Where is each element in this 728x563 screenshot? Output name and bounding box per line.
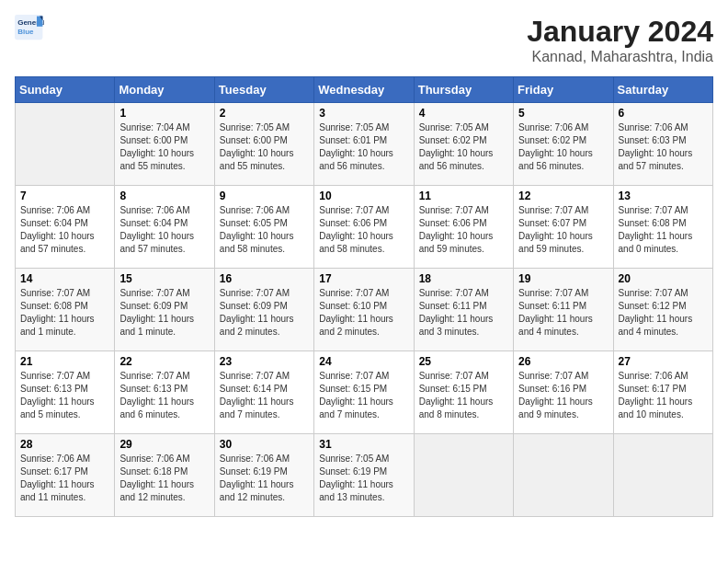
calendar-cell bbox=[16, 103, 115, 186]
calendar-header-row: SundayMondayTuesdayWednesdayThursdayFrid… bbox=[16, 77, 713, 103]
day-info: Sunrise: 7:07 AM Sunset: 6:10 PM Dayligh… bbox=[319, 287, 408, 339]
day-number: 11 bbox=[419, 190, 508, 202]
day-number: 31 bbox=[319, 438, 408, 451]
day-number: 24 bbox=[319, 355, 408, 368]
calendar-cell: 3Sunrise: 7:05 AM Sunset: 6:01 PM Daylig… bbox=[314, 103, 414, 186]
day-info: Sunrise: 7:07 AM Sunset: 6:12 PM Dayligh… bbox=[619, 287, 708, 339]
day-info: Sunrise: 7:06 AM Sunset: 6:05 PM Dayligh… bbox=[220, 204, 309, 256]
calendar-cell: 5Sunrise: 7:06 AM Sunset: 6:02 PM Daylig… bbox=[514, 103, 613, 186]
day-number: 19 bbox=[518, 272, 608, 285]
day-number: 25 bbox=[419, 355, 508, 368]
day-number: 2 bbox=[220, 107, 309, 120]
day-number: 6 bbox=[619, 107, 708, 120]
calendar-cell: 23Sunrise: 7:07 AM Sunset: 6:14 PM Dayli… bbox=[214, 351, 313, 434]
logo: General Blue bbox=[15, 15, 48, 40]
calendar-cell: 30Sunrise: 7:06 AM Sunset: 6:19 PM Dayli… bbox=[214, 434, 313, 517]
day-number: 20 bbox=[619, 272, 708, 285]
day-info: Sunrise: 7:07 AM Sunset: 6:11 PM Dayligh… bbox=[419, 287, 508, 339]
day-info: Sunrise: 7:06 AM Sunset: 6:19 PM Dayligh… bbox=[220, 453, 309, 504]
day-number: 1 bbox=[119, 107, 209, 120]
svg-text:Blue: Blue bbox=[17, 28, 34, 36]
header-monday: Monday bbox=[115, 77, 214, 103]
day-info: Sunrise: 7:06 AM Sunset: 6:02 PM Dayligh… bbox=[518, 121, 608, 173]
day-info: Sunrise: 7:07 AM Sunset: 6:06 PM Dayligh… bbox=[319, 204, 408, 256]
header-tuesday: Tuesday bbox=[214, 77, 313, 103]
calendar-week-5: 28Sunrise: 7:06 AM Sunset: 6:17 PM Dayli… bbox=[16, 434, 713, 517]
calendar-cell: 17Sunrise: 7:07 AM Sunset: 6:10 PM Dayli… bbox=[314, 269, 414, 351]
day-number: 23 bbox=[220, 355, 309, 368]
day-number: 8 bbox=[119, 190, 209, 202]
day-info: Sunrise: 7:05 AM Sunset: 6:19 PM Dayligh… bbox=[319, 453, 408, 504]
day-info: Sunrise: 7:07 AM Sunset: 6:08 PM Dayligh… bbox=[619, 204, 708, 256]
calendar-cell: 15Sunrise: 7:07 AM Sunset: 6:09 PM Dayli… bbox=[115, 269, 214, 351]
day-number: 12 bbox=[518, 190, 608, 202]
day-info: Sunrise: 7:05 AM Sunset: 6:02 PM Dayligh… bbox=[419, 121, 508, 173]
calendar-cell: 10Sunrise: 7:07 AM Sunset: 6:06 PM Dayli… bbox=[314, 186, 414, 269]
logo-icon: General Blue bbox=[15, 15, 44, 40]
page-header: General Blue January 2024 Kannad, Mahara… bbox=[15, 15, 713, 65]
day-info: Sunrise: 7:07 AM Sunset: 6:09 PM Dayligh… bbox=[220, 287, 309, 339]
calendar-week-2: 7Sunrise: 7:06 AM Sunset: 6:04 PM Daylig… bbox=[16, 186, 713, 269]
day-info: Sunrise: 7:07 AM Sunset: 6:13 PM Dayligh… bbox=[119, 370, 209, 421]
day-info: Sunrise: 7:05 AM Sunset: 6:01 PM Dayligh… bbox=[319, 121, 408, 173]
calendar-cell bbox=[414, 434, 513, 517]
header-sunday: Sunday bbox=[16, 77, 115, 103]
day-info: Sunrise: 7:06 AM Sunset: 6:18 PM Dayligh… bbox=[119, 453, 209, 504]
header-saturday: Saturday bbox=[613, 77, 712, 103]
day-number: 17 bbox=[319, 272, 408, 285]
calendar-cell: 12Sunrise: 7:07 AM Sunset: 6:07 PM Dayli… bbox=[514, 186, 613, 269]
calendar-table: SundayMondayTuesdayWednesdayThursdayFrid… bbox=[15, 76, 713, 517]
day-number: 14 bbox=[20, 272, 109, 285]
day-info: Sunrise: 7:07 AM Sunset: 6:13 PM Dayligh… bbox=[20, 370, 109, 421]
day-number: 18 bbox=[419, 272, 508, 285]
day-info: Sunrise: 7:07 AM Sunset: 6:09 PM Dayligh… bbox=[119, 287, 209, 339]
day-info: Sunrise: 7:07 AM Sunset: 6:15 PM Dayligh… bbox=[319, 370, 408, 421]
day-number: 13 bbox=[619, 190, 708, 202]
day-number: 28 bbox=[20, 438, 109, 451]
day-number: 16 bbox=[220, 272, 309, 285]
day-number: 5 bbox=[518, 107, 608, 120]
calendar-cell: 29Sunrise: 7:06 AM Sunset: 6:18 PM Dayli… bbox=[115, 434, 214, 517]
day-info: Sunrise: 7:06 AM Sunset: 6:04 PM Dayligh… bbox=[119, 204, 209, 256]
day-number: 22 bbox=[119, 355, 209, 368]
calendar-cell: 21Sunrise: 7:07 AM Sunset: 6:13 PM Dayli… bbox=[16, 351, 115, 434]
day-info: Sunrise: 7:06 AM Sunset: 6:03 PM Dayligh… bbox=[619, 121, 708, 173]
title-section: January 2024 Kannad, Maharashtra, India bbox=[527, 15, 713, 65]
calendar-cell: 27Sunrise: 7:06 AM Sunset: 6:17 PM Dayli… bbox=[613, 351, 712, 434]
day-number: 21 bbox=[20, 355, 109, 368]
day-number: 10 bbox=[319, 190, 408, 202]
calendar-week-3: 14Sunrise: 7:07 AM Sunset: 6:08 PM Dayli… bbox=[16, 269, 713, 351]
calendar-subtitle: Kannad, Maharashtra, India bbox=[527, 49, 713, 65]
calendar-cell: 28Sunrise: 7:06 AM Sunset: 6:17 PM Dayli… bbox=[16, 434, 115, 517]
calendar-title: January 2024 bbox=[527, 15, 713, 49]
day-info: Sunrise: 7:06 AM Sunset: 6:17 PM Dayligh… bbox=[619, 370, 708, 421]
day-info: Sunrise: 7:04 AM Sunset: 6:00 PM Dayligh… bbox=[119, 121, 209, 173]
calendar-cell: 13Sunrise: 7:07 AM Sunset: 6:08 PM Dayli… bbox=[613, 186, 712, 269]
day-info: Sunrise: 7:05 AM Sunset: 6:00 PM Dayligh… bbox=[220, 121, 309, 173]
calendar-week-4: 21Sunrise: 7:07 AM Sunset: 6:13 PM Dayli… bbox=[16, 351, 713, 434]
calendar-cell: 1Sunrise: 7:04 AM Sunset: 6:00 PM Daylig… bbox=[115, 103, 214, 186]
day-number: 7 bbox=[20, 190, 109, 202]
day-number: 15 bbox=[119, 272, 209, 285]
day-number: 3 bbox=[319, 107, 408, 120]
calendar-cell: 26Sunrise: 7:07 AM Sunset: 6:16 PM Dayli… bbox=[514, 351, 613, 434]
calendar-cell: 25Sunrise: 7:07 AM Sunset: 6:15 PM Dayli… bbox=[414, 351, 513, 434]
day-info: Sunrise: 7:07 AM Sunset: 6:07 PM Dayligh… bbox=[518, 204, 608, 256]
day-info: Sunrise: 7:06 AM Sunset: 6:04 PM Dayligh… bbox=[20, 204, 109, 256]
header-wednesday: Wednesday bbox=[314, 77, 414, 103]
day-info: Sunrise: 7:07 AM Sunset: 6:15 PM Dayligh… bbox=[419, 370, 508, 421]
day-info: Sunrise: 7:07 AM Sunset: 6:14 PM Dayligh… bbox=[220, 370, 309, 421]
calendar-cell: 18Sunrise: 7:07 AM Sunset: 6:11 PM Dayli… bbox=[414, 269, 513, 351]
calendar-cell: 2Sunrise: 7:05 AM Sunset: 6:00 PM Daylig… bbox=[214, 103, 313, 186]
day-number: 4 bbox=[419, 107, 508, 120]
day-info: Sunrise: 7:07 AM Sunset: 6:11 PM Dayligh… bbox=[518, 287, 608, 339]
header-thursday: Thursday bbox=[414, 77, 513, 103]
day-info: Sunrise: 7:06 AM Sunset: 6:17 PM Dayligh… bbox=[20, 453, 109, 504]
day-number: 29 bbox=[119, 438, 209, 451]
day-info: Sunrise: 7:07 AM Sunset: 6:06 PM Dayligh… bbox=[419, 204, 508, 256]
calendar-cell: 24Sunrise: 7:07 AM Sunset: 6:15 PM Dayli… bbox=[314, 351, 414, 434]
calendar-cell: 9Sunrise: 7:06 AM Sunset: 6:05 PM Daylig… bbox=[214, 186, 313, 269]
calendar-week-1: 1Sunrise: 7:04 AM Sunset: 6:00 PM Daylig… bbox=[16, 103, 713, 186]
calendar-cell bbox=[613, 434, 712, 517]
day-number: 26 bbox=[518, 355, 608, 368]
